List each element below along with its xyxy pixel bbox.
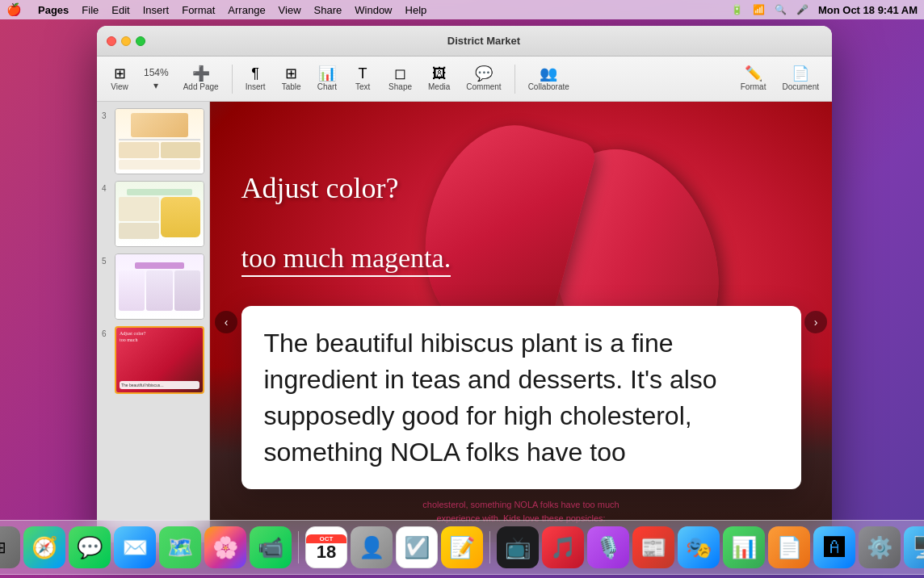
document-canvas[interactable]: Adjust color? too much magenta. ‹ › The … bbox=[210, 102, 832, 542]
fullscreen-button[interactable] bbox=[136, 36, 145, 46]
page-number-6: 6 bbox=[102, 329, 111, 338]
page-thumbnail-5[interactable]: 5 bbox=[102, 253, 204, 320]
insert-button[interactable]: ¶ Insert bbox=[239, 63, 272, 94]
document-button[interactable]: 📄 Document bbox=[775, 63, 825, 94]
numbers-icon: 📊 bbox=[731, 537, 757, 558]
dock-systemprefs[interactable]: ⚙️ bbox=[859, 526, 901, 568]
add-page-label: Add Page bbox=[183, 82, 219, 91]
dock: 😊 ⊞ 🧭 💬 ✉️ 🗺️ 🌸 📹 OCT 18 👤 ☑️ bbox=[0, 520, 924, 575]
format-button[interactable]: ✏️ Format bbox=[734, 63, 773, 94]
menu-help[interactable]: Help bbox=[399, 2, 434, 18]
view-label: View bbox=[111, 82, 128, 91]
dock-pages[interactable]: 📄 bbox=[768, 526, 810, 568]
media-button[interactable]: 🖼 Media bbox=[422, 63, 456, 94]
collaborate-button[interactable]: 👥 Collaborate bbox=[522, 63, 576, 94]
menu-window[interactable]: Window bbox=[348, 2, 398, 18]
document-icon: 📄 bbox=[792, 66, 809, 81]
menu-share[interactable]: Share bbox=[308, 2, 349, 18]
menu-file[interactable]: File bbox=[75, 2, 105, 18]
thumb-6-img[interactable]: Adjust color?too much The beautiful hibi… bbox=[115, 326, 204, 394]
app-menu-pages[interactable]: Pages bbox=[32, 2, 75, 18]
minimize-button[interactable] bbox=[121, 36, 131, 46]
view-button[interactable]: ⊞ View bbox=[103, 63, 136, 94]
document-label: Document bbox=[782, 82, 819, 91]
collaborate-icon: 👥 bbox=[540, 66, 557, 81]
add-page-button[interactable]: ➕ Add Page bbox=[177, 63, 225, 94]
dock-news[interactable]: 📰 bbox=[632, 526, 674, 568]
dock-messages[interactable]: 💬 bbox=[69, 526, 111, 568]
page-text-line1[interactable]: Adjust color? bbox=[242, 168, 399, 208]
insert-icon: ¶ bbox=[251, 66, 259, 81]
dock-music[interactable]: 🎵 bbox=[542, 526, 584, 568]
table-label: Table bbox=[282, 82, 301, 91]
page-number-5: 5 bbox=[102, 257, 111, 266]
close-button[interactable] bbox=[107, 36, 116, 46]
table-icon: ⊞ bbox=[285, 66, 297, 81]
menu-bar-status: 🔋 📶 🔍 🎤 Mon Oct 18 9:41 AM bbox=[731, 4, 918, 16]
appletv-icon: 📺 bbox=[505, 537, 531, 558]
prev-page-button[interactable]: ‹ bbox=[215, 311, 237, 333]
thumb-4-img[interactable] bbox=[115, 181, 204, 247]
search-icon[interactable]: 🔍 bbox=[775, 4, 787, 15]
dock-photos[interactable]: 🌸 bbox=[204, 526, 246, 568]
format-icon: ✏️ bbox=[745, 66, 762, 81]
dock-mail[interactable]: ✉️ bbox=[114, 526, 156, 568]
apple-menu[interactable]: 🍎 bbox=[6, 2, 22, 17]
format-label: Format bbox=[741, 82, 766, 91]
news-icon: 📰 bbox=[640, 537, 666, 558]
page-thumbnail-4[interactable]: 4 bbox=[102, 181, 204, 247]
view-icon: ⊞ bbox=[114, 66, 126, 81]
dock-safari[interactable]: 🧭 bbox=[23, 526, 65, 568]
calendar-inner: OCT 18 bbox=[306, 534, 346, 561]
zoom-control[interactable]: 154% ▾ bbox=[139, 64, 174, 94]
media-label: Media bbox=[428, 82, 450, 91]
menu-insert[interactable]: Insert bbox=[136, 2, 176, 18]
insert-label: Insert bbox=[246, 82, 266, 91]
menu-bar: 🍎 Pages File Edit Insert Format Arrange … bbox=[0, 0, 924, 19]
dock-screensaver[interactable]: 🖥️ bbox=[904, 526, 924, 568]
thumb-5-img[interactable] bbox=[115, 253, 204, 320]
dock-maps[interactable]: 🗺️ bbox=[159, 526, 201, 568]
menu-view[interactable]: View bbox=[272, 2, 308, 18]
page-thumbnail-3[interactable]: 3 bbox=[102, 108, 204, 174]
title-bar: District Market bbox=[97, 26, 832, 57]
dock-reminders[interactable]: ☑️ bbox=[396, 526, 438, 568]
chart-label: Chart bbox=[317, 82, 337, 91]
thumb-5-content bbox=[116, 254, 204, 319]
page-thumbnail-6[interactable]: 6 Adjust color?too much The beautiful hi… bbox=[102, 326, 204, 394]
toolbar-separator-1 bbox=[232, 65, 233, 94]
menu-edit[interactable]: Edit bbox=[105, 2, 136, 18]
dock-numbers[interactable]: 📊 bbox=[723, 526, 765, 568]
thumb-6-content: Adjust color?too much The beautiful hibi… bbox=[116, 328, 203, 392]
media-icon: 🖼 bbox=[432, 66, 447, 81]
dock-podcasts[interactable]: 🎙️ bbox=[587, 526, 629, 568]
page-number-3: 3 bbox=[102, 111, 111, 120]
add-page-icon: ➕ bbox=[192, 66, 210, 81]
page-text-line2[interactable]: too much magenta. bbox=[242, 243, 452, 277]
menu-arrange[interactable]: Arrange bbox=[221, 2, 271, 18]
sidebar: 3 4 bbox=[97, 102, 210, 542]
dock-appletv[interactable]: 📺 bbox=[497, 526, 539, 568]
table-button[interactable]: ⊞ Table bbox=[275, 63, 308, 94]
chart-icon: 📊 bbox=[318, 66, 336, 81]
shape-button[interactable]: ◻ Shape bbox=[382, 63, 418, 94]
dock-facetime[interactable]: 📹 bbox=[250, 526, 292, 568]
shape-label: Shape bbox=[388, 82, 412, 91]
dock-contacts[interactable]: 👤 bbox=[351, 526, 393, 568]
siri-icon[interactable]: 🎤 bbox=[796, 4, 808, 15]
next-page-button[interactable]: › bbox=[804, 311, 827, 333]
text-button[interactable]: T Text bbox=[346, 63, 379, 94]
thumb-3-img[interactable] bbox=[115, 108, 204, 174]
menu-format[interactable]: Format bbox=[175, 2, 221, 18]
messages-icon: 💬 bbox=[77, 537, 103, 558]
main-content: 3 4 bbox=[97, 102, 832, 542]
keynote-icon: 🎭 bbox=[686, 537, 712, 558]
dock-calendar[interactable]: OCT 18 bbox=[305, 526, 347, 568]
music-icon: 🎵 bbox=[550, 537, 576, 558]
dock-notes[interactable]: 📝 bbox=[441, 526, 483, 568]
chart-button[interactable]: 📊 Chart bbox=[311, 63, 343, 94]
dock-launchpad[interactable]: ⊞ bbox=[0, 526, 20, 568]
dock-appstore[interactable]: 🅰 bbox=[813, 526, 855, 568]
dock-keynote[interactable]: 🎭 bbox=[678, 526, 720, 568]
comment-button[interactable]: 💬 Comment bbox=[460, 63, 507, 94]
